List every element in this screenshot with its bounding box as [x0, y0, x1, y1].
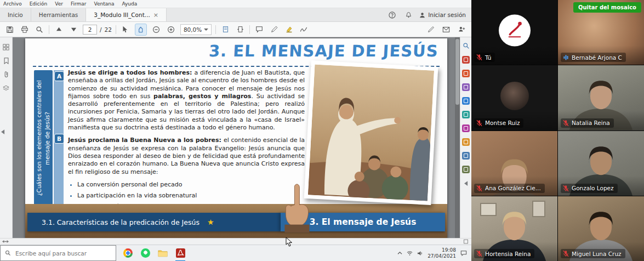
- search-icon: [5, 250, 11, 256]
- page-down-icon[interactable]: [68, 24, 79, 35]
- pencil-icon[interactable]: [269, 24, 280, 35]
- select-tool-icon[interactable]: [120, 24, 131, 35]
- side-question-band: ¿Cuáles son los elementos centrales del …: [34, 70, 53, 206]
- tool-stamp-icon[interactable]: [462, 138, 470, 146]
- fill-sign-icon[interactable]: [425, 24, 436, 35]
- tools-collapse-icon[interactable]: [462, 179, 470, 188]
- scrollbar-thumb[interactable]: [455, 39, 459, 105]
- zoom-out-icon[interactable]: [151, 24, 162, 35]
- participant-name-label: Tú: [474, 53, 495, 62]
- sign-in-button[interactable]: Iniciar sesión: [419, 12, 466, 18]
- bell-icon[interactable]: [403, 9, 414, 20]
- tab-herramientas[interactable]: Herramientas: [31, 8, 87, 21]
- participant-tile-gonzalo[interactable]: Gonzalo Lopez: [558, 131, 644, 196]
- tool-scan-icon[interactable]: [462, 111, 470, 118]
- muted-mic-icon: [476, 185, 483, 192]
- close-tab-icon[interactable]: ×: [153, 12, 158, 19]
- tool-edit-pdf-icon[interactable]: [462, 83, 470, 91]
- page-up-icon[interactable]: [53, 24, 64, 35]
- club-logo-avatar: [499, 15, 531, 47]
- save-icon[interactable]: [4, 24, 15, 35]
- participant-tile-natalia[interactable]: Natalia Reina: [558, 65, 644, 130]
- highlighter-icon[interactable]: [283, 24, 294, 35]
- menu-ver[interactable]: Ver: [55, 1, 63, 7]
- tool-search-icon[interactable]: [462, 42, 470, 50]
- participant-tile-montse[interactable]: Montse Ruiz: [471, 65, 557, 130]
- tab-document[interactable]: 3_Modulo III_Cont... ×: [86, 8, 167, 21]
- print-icon[interactable]: [19, 24, 30, 35]
- tool-measure-icon[interactable]: [462, 166, 470, 173]
- participant-tile-tu[interactable]: Tú: [471, 0, 557, 65]
- tab-inicio[interactable]: Inicio: [0, 8, 31, 21]
- desktop-screen: Archivo Edición Ver Firmar Ventana Ayuda…: [0, 0, 644, 261]
- acrobat-window: Archivo Edición Ver Firmar Ventana Ayuda…: [0, 0, 471, 261]
- acrobat-icon[interactable]: [174, 247, 186, 259]
- zoom-in-icon[interactable]: [166, 24, 176, 35]
- bookmarks-icon[interactable]: [2, 56, 10, 65]
- messaging-app-icon[interactable]: [139, 247, 151, 259]
- tool-fill-sign-icon[interactable]: [462, 124, 470, 132]
- menu-ventana[interactable]: Ventana: [94, 1, 114, 7]
- side-question-text: ¿Cuáles son los elementos centrales del …: [35, 73, 52, 203]
- tools-panel-rail: [460, 37, 471, 238]
- menu-firmar[interactable]: Firmar: [71, 1, 87, 7]
- page-view-icon[interactable]: [220, 24, 231, 35]
- resize-arrows-icon: [2, 239, 9, 244]
- menu-bar: Archivo Edición Ver Firmar Ventana Ayuda: [0, 0, 471, 8]
- windows-taskbar: 19:08 27/04/2021: [0, 245, 471, 261]
- muted-mic-icon: [562, 120, 569, 127]
- hand-tool-icon[interactable]: [135, 24, 147, 36]
- tool-export-pdf-icon[interactable]: [462, 56, 470, 64]
- pdf-canvas[interactable]: 3. EL MENSAJE DE JESÚS ¿Cuáles son los e…: [13, 37, 460, 238]
- attachments-icon[interactable]: [2, 70, 10, 78]
- bullet-item: La participación en la vida sobrenatural: [77, 192, 305, 200]
- clock-time: 19:08: [442, 247, 456, 253]
- page-number-field[interactable]: 2: [83, 25, 97, 35]
- navigation-panel-rail: [0, 37, 13, 238]
- help-icon[interactable]: [386, 9, 397, 20]
- comment-icon[interactable]: [254, 24, 265, 35]
- search-icon[interactable]: [34, 24, 45, 35]
- footer-section-title: 3.1. Características de la predicación d…: [42, 218, 200, 226]
- muted-mic-icon: [476, 120, 483, 127]
- share-icon[interactable]: [456, 24, 467, 35]
- network-icon[interactable]: [407, 251, 413, 256]
- participant-tile-ana[interactable]: Ana González Cie...: [471, 131, 557, 196]
- taskbar-search[interactable]: [0, 245, 116, 261]
- clock-date: 27/04/2021: [428, 253, 456, 259]
- layers-icon[interactable]: [2, 84, 10, 92]
- participant-tile-hortensia[interactable]: Hortensia Reina: [471, 196, 557, 261]
- menu-ayuda[interactable]: Ayuda: [122, 1, 137, 7]
- fit-width-icon[interactable]: [235, 24, 246, 35]
- paragraph-b-lead: Jesús proclama la Buena Nueva a los pobr…: [68, 137, 224, 144]
- chevron-up-icon[interactable]: [397, 251, 402, 255]
- tool-organize-icon[interactable]: [462, 152, 470, 160]
- send-icon[interactable]: [441, 24, 452, 35]
- menu-edicion[interactable]: Edición: [30, 1, 48, 7]
- page-separator: /: [100, 26, 102, 33]
- tool-comment-icon[interactable]: [462, 97, 470, 105]
- pdf-page[interactable]: 3. EL MENSAJE DE JESÚS ¿Cuáles son los e…: [25, 38, 447, 238]
- notification-icon[interactable]: [460, 250, 467, 256]
- menu-archivo[interactable]: Archivo: [3, 1, 22, 7]
- zoom-level-dropdown[interactable]: 80,0%: [180, 24, 212, 35]
- page-title: 3. EL MENSAJE DE JESÚS: [209, 42, 439, 60]
- vertical-scrollbar[interactable]: [455, 37, 460, 238]
- muted-mic-icon: [476, 54, 483, 61]
- participant-tile-miguel[interactable]: Miguel Luna Cruz: [558, 196, 644, 261]
- muted-mic-icon: [562, 250, 569, 257]
- volume-icon[interactable]: [417, 251, 423, 256]
- search-input[interactable]: [14, 249, 111, 257]
- signature-icon[interactable]: [298, 24, 309, 35]
- paragraph-b: Jesús proclama la Buena Nueva a los pobr…: [68, 137, 305, 175]
- file-explorer-icon[interactable]: [157, 247, 169, 259]
- panel-collapse-icon[interactable]: [1, 129, 5, 134]
- tool-create-pdf-icon[interactable]: [462, 70, 470, 77]
- taskbar-clock[interactable]: 19:08 27/04/2021: [428, 247, 456, 259]
- taskbar-apps: [116, 245, 192, 261]
- horizontal-scrollbar[interactable]: [0, 238, 471, 245]
- user-icon: [419, 12, 425, 18]
- remove-from-mosaic-button[interactable]: Quitar del mosaico: [573, 2, 641, 13]
- chrome-icon[interactable]: [122, 247, 134, 259]
- page-thumbnails-icon[interactable]: [2, 43, 10, 51]
